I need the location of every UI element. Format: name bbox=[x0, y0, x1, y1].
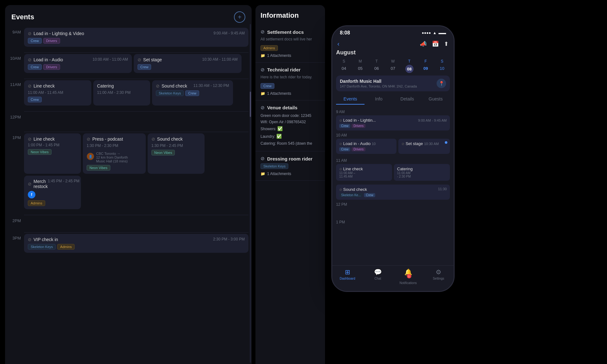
info-section-settlement[interactable]: ⊘ Settlement docs All settlement docs wi… bbox=[255, 25, 325, 63]
nav-icons: 📣 📅 ⬆ bbox=[420, 40, 449, 47]
phone-event-load-lighting[interactable]: ⊘ Load in - Lightin... 9:00 AM - 9:45 AM… bbox=[336, 115, 450, 130]
event-name: ⊘ Sound check bbox=[151, 136, 183, 142]
calendar-icon[interactable]: 📅 bbox=[432, 40, 439, 47]
notification-badge: 1 bbox=[407, 274, 411, 278]
phone-time-11am: 11 AM bbox=[336, 158, 450, 163]
phone-mockup: 8:08 ●●●● ▲ ▬▬ ‹ 📣 📅 ⬆ August S M T W T … bbox=[331, 25, 455, 292]
tab-guests[interactable]: Guests bbox=[421, 94, 450, 105]
phone-event-catering[interactable]: Catering 11:00 AM- 2:30 PM bbox=[394, 164, 450, 181]
event-time: 11:30 AM - 12:30 PM bbox=[193, 83, 229, 88]
event-time: 2:30 PM - 3:00 PM bbox=[213, 237, 245, 241]
event-line-check-1pm[interactable]: ⊘ Line check 1:00 PM - 1:45 PM Neon Vibe… bbox=[24, 133, 81, 174]
phone-event-line-check[interactable]: ⊘ Line check 11:00 AM –11:45 AM bbox=[336, 164, 392, 181]
scrollbar-track[interactable] bbox=[250, 24, 251, 363]
event-time-small: 11:00 AM- 2:30 PM bbox=[397, 171, 447, 178]
event-line-check-11[interactable]: ⊘ Line check 11:00 AM - 11:45 AM Crew bbox=[24, 80, 91, 106]
event-name: ⊘ Merch restock bbox=[28, 179, 48, 189]
phone-event-tags: Skeleton Ke... Crew bbox=[339, 193, 447, 197]
info-panel-header: Information bbox=[255, 11, 325, 25]
phone-event-load-audio[interactable]: ⊘ Load in - Audio 10 Crew Drivers bbox=[336, 139, 396, 154]
cal-day-07[interactable]: 07 bbox=[385, 65, 401, 73]
section-title: ⊘ Venue details bbox=[261, 105, 320, 111]
time-label-2pm: 2PM bbox=[8, 216, 24, 223]
nav-chat[interactable]: 💬 Chat bbox=[363, 268, 393, 285]
tag-crew: Crew bbox=[185, 90, 199, 96]
events-title: Events bbox=[11, 13, 34, 21]
event-time: 9:00 AM - 9:45 AM bbox=[418, 118, 447, 122]
event-time-inline: 11:00 AM - 11:45 AM bbox=[28, 90, 88, 95]
camera-icon: ⊘ bbox=[151, 136, 155, 142]
bell-icon[interactable]: 📣 bbox=[420, 40, 427, 47]
phone-schedule[interactable]: 9 AM ⊘ Load in - Lightin... 9:00 AM - 9:… bbox=[332, 107, 454, 224]
tag-crew: Crew bbox=[138, 64, 151, 70]
location-info: CBC Toronto → 12 km from DanforthMusic H… bbox=[96, 152, 128, 163]
phone-time-9am: 9 AM bbox=[336, 110, 450, 114]
event-name: Catering bbox=[97, 83, 114, 88]
event-sound-check-11[interactable]: ⊘ Sound check 11:30 AM - 12:30 PM Skelet… bbox=[152, 80, 233, 106]
venue-name: Danforth Music Hall bbox=[340, 79, 417, 84]
event-set-stage[interactable]: ⊘ Set stage 10:30 AM - 11:00 AM Crew bbox=[134, 54, 242, 73]
tag-drivers: Drivers bbox=[352, 124, 365, 128]
cal-day-10[interactable]: 10 bbox=[434, 65, 450, 73]
event-time: 9:00 AM - 9:45 AM bbox=[213, 31, 245, 35]
tag-row: Skeleton Keys Crew bbox=[156, 90, 229, 96]
share-icon[interactable]: ⬆ bbox=[444, 40, 449, 47]
attachment-count: 1 Attachments bbox=[267, 53, 291, 58]
check-icon: ✅ bbox=[277, 126, 283, 131]
camera-icon: ⊘ bbox=[28, 31, 32, 36]
facebook-icon: f bbox=[28, 191, 35, 198]
attachment-count: 1 Attachments bbox=[267, 91, 291, 96]
info-section-dressing[interactable]: ⊘ Dressing room rider Skeleton Keys 📁 1 … bbox=[255, 151, 325, 181]
section-title: ⊘ Settlement docs bbox=[261, 29, 320, 35]
location-pin-button[interactable]: 📍 bbox=[437, 79, 446, 88]
info-section-technical[interactable]: ⊘ Technical rider Here is the tech rider… bbox=[255, 63, 325, 100]
event-name: ⊘ Line check bbox=[339, 167, 389, 171]
event-load-lighting[interactable]: ⊘ Load in - Lighting & Video 9:00 AM - 9… bbox=[24, 28, 248, 47]
cal-day-06[interactable]: 06 bbox=[369, 65, 384, 73]
cal-day-09[interactable]: 09 bbox=[418, 65, 434, 73]
attachment-row: 📁 1 Attachments bbox=[261, 172, 320, 176]
avatar: 👤 bbox=[87, 153, 94, 160]
time-row-12pm: 12PM bbox=[8, 113, 248, 119]
nav-settings[interactable]: ⚙ Settings bbox=[423, 268, 454, 285]
tab-details[interactable]: Details bbox=[393, 94, 421, 105]
nav-notifications[interactable]: 🔔 1 Notifications bbox=[393, 268, 423, 285]
tag-row: Crew Drivers bbox=[28, 38, 245, 44]
schedule-container[interactable]: 9AM ⊘ Load in - Lighting & Video 9:00 AM… bbox=[5, 28, 252, 360]
info-title: Information bbox=[261, 11, 299, 20]
event-load-audio[interactable]: ⊘ Load in - Audio 10:00 AM - 11:00 AM Cr… bbox=[24, 54, 132, 73]
back-button[interactable]: ‹ bbox=[337, 40, 340, 47]
tag-row: Crew bbox=[28, 97, 88, 102]
phone-event-set-stage[interactable]: ⊘ Set stage 10:30 AM bbox=[398, 139, 450, 154]
tab-info[interactable]: Info bbox=[365, 94, 393, 105]
event-sound-check-1pm[interactable]: ⊘ Sound check 1:30 PM - 2:45 PM Neon Vib… bbox=[148, 133, 205, 174]
tag-row: Crew bbox=[138, 64, 238, 70]
tab-events[interactable]: Events bbox=[336, 94, 365, 105]
cal-day-08[interactable]: 08 bbox=[405, 65, 414, 73]
event-press-podcast[interactable]: ⊘ Press - podcast 1:30 PM - 2:30 PM 👤 CB… bbox=[83, 133, 146, 174]
information-panel: Information ⊘ Settlement docs All settle… bbox=[255, 5, 325, 364]
event-name: Catering bbox=[397, 167, 447, 171]
tag-row: Neon Vibes bbox=[151, 150, 201, 155]
cal-day-04[interactable]: 04 bbox=[336, 65, 352, 73]
phone-event-sound-check[interactable]: ⊘ Sound check 11:30 Skeleton Ke... Crew bbox=[336, 185, 450, 200]
tag-crew: Crew bbox=[261, 83, 274, 89]
tag-skeleton: Skeleton Keys bbox=[28, 244, 56, 250]
nav-dashboard[interactable]: ⊞ Dashboard bbox=[332, 268, 363, 285]
tag-row: Skeleton Keys Admins bbox=[28, 244, 245, 250]
events-panel-header: Events + bbox=[5, 11, 252, 28]
add-event-button[interactable]: + bbox=[234, 11, 245, 23]
info-section-venue[interactable]: ⊘ Venue details Green room door code: 12… bbox=[255, 100, 325, 152]
cam-icon: ⊘ bbox=[339, 188, 342, 191]
nav-label: Notifications bbox=[400, 281, 417, 285]
event-vip-checkin[interactable]: ⊘ VIP check in 2:30 PM - 3:00 PM Skeleto… bbox=[24, 234, 248, 253]
cal-day-05[interactable]: 05 bbox=[353, 65, 368, 73]
time-row-2pm: 2PM bbox=[8, 216, 248, 223]
tag-row: Admins bbox=[28, 200, 77, 206]
time-events-3pm: ⊘ VIP check in 2:30 PM - 3:00 PM Skeleto… bbox=[24, 234, 248, 255]
event-merch-restock[interactable]: ⊘ Merch restock 1:45 PM - 2:45 PM f Admi… bbox=[24, 176, 81, 209]
doc-icon: ⊘ bbox=[261, 67, 265, 73]
phone-event-tags: Crew Drivers bbox=[339, 124, 447, 128]
event-catering[interactable]: Catering 11:00 AM - 2:30 PM bbox=[93, 80, 150, 106]
tag-crew: Crew bbox=[28, 64, 42, 70]
